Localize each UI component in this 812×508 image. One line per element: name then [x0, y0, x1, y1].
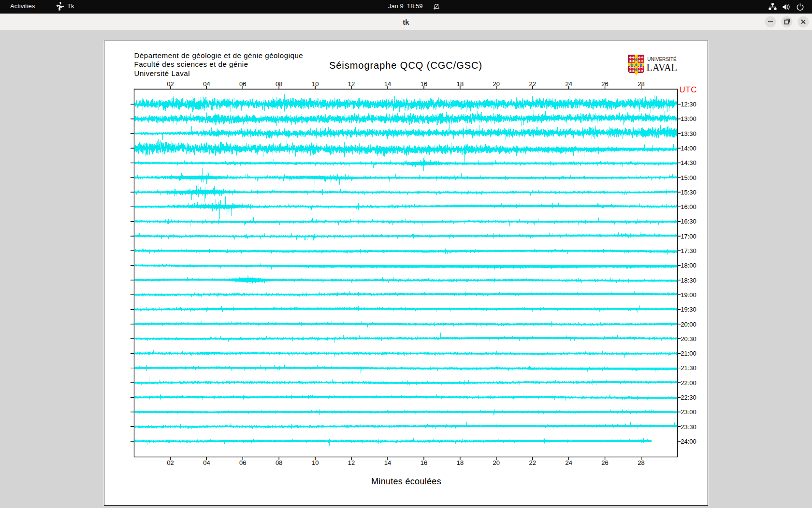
svg-text:15:00: 15:00 — [681, 174, 696, 181]
svg-text:20:30: 20:30 — [681, 335, 696, 343]
svg-text:14:30: 14:30 — [681, 159, 696, 166]
svg-text:13:30: 13:30 — [681, 130, 696, 137]
svg-text:24:00: 24:00 — [681, 438, 696, 445]
svg-text:16:30: 16:30 — [681, 218, 696, 225]
svg-text:Séismographe QCQ (CGC/GSC): Séismographe QCQ (CGC/GSC) — [329, 60, 482, 71]
svg-text:22:30: 22:30 — [681, 394, 696, 401]
svg-text:18:30: 18:30 — [681, 277, 696, 284]
svg-text:23:30: 23:30 — [681, 423, 696, 431]
svg-text:20:00: 20:00 — [681, 321, 696, 328]
svg-text:17:30: 17:30 — [681, 247, 696, 254]
svg-text:19:00: 19:00 — [681, 291, 696, 299]
svg-text:UTC: UTC — [679, 85, 697, 94]
svg-text:Département de géologie et de: Département de géologie et de génie géol… — [134, 51, 304, 60]
svg-text:LAVAL: LAVAL — [647, 61, 678, 74]
svg-text:19:30: 19:30 — [681, 306, 696, 313]
svg-text:21:00: 21:00 — [681, 350, 696, 357]
svg-text:18:00: 18:00 — [681, 262, 696, 269]
svg-text:22:00: 22:00 — [681, 379, 696, 387]
svg-text:Faculté des sciences et de gén: Faculté des sciences et de génie — [134, 60, 248, 68]
svg-text:13:00: 13:00 — [681, 115, 696, 122]
svg-text:23:00: 23:00 — [681, 408, 696, 416]
svg-text:14:00: 14:00 — [681, 145, 696, 152]
svg-text:17:00: 17:00 — [681, 233, 696, 240]
svg-text:Minutes écoulées: Minutes écoulées — [371, 477, 441, 486]
svg-text:Université Laval: Université Laval — [134, 69, 190, 77]
svg-text:21:30: 21:30 — [681, 364, 696, 372]
svg-text:12:30: 12:30 — [681, 101, 696, 108]
svg-text:15:30: 15:30 — [681, 189, 696, 196]
svg-text:16:00: 16:00 — [681, 203, 696, 210]
